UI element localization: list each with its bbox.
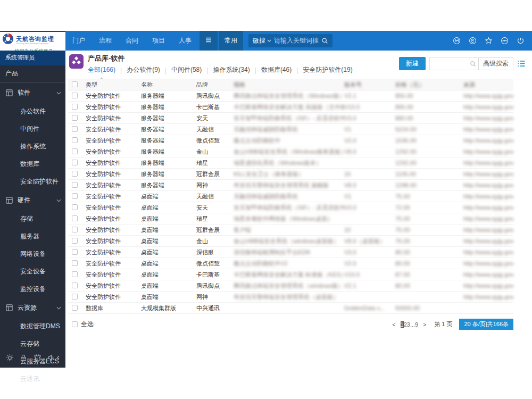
row-checkbox[interactable]	[72, 305, 78, 311]
table-row[interactable]: 安全防护软件桌面端深信服深信服终端检测响应平台EDRV3.080.00http:…	[68, 247, 513, 258]
settings-gear-icon[interactable]	[6, 354, 14, 362]
nav-item-pinned[interactable]: 常用	[219, 31, 243, 51]
sound-speaker-icon[interactable]	[47, 354, 60, 362]
row-checkbox[interactable]	[72, 227, 78, 232]
row-checkbox[interactable]	[72, 182, 78, 188]
nav-item-人事[interactable]: 人事	[172, 37, 198, 44]
row-checkbox[interactable]	[72, 126, 78, 132]
row-checkbox[interactable]	[72, 115, 78, 121]
sidebar-item-办公软件[interactable]: 办公软件	[0, 103, 65, 120]
sidebar-item-安全设备[interactable]: 安全设备	[0, 263, 65, 280]
row-checkbox[interactable]	[72, 294, 78, 300]
row-checkbox[interactable]	[72, 215, 78, 221]
sidebar-item-云通讯[interactable]: 云通讯	[0, 370, 65, 388]
more-options-icon[interactable]	[501, 37, 509, 45]
row-checkbox[interactable]	[72, 238, 78, 244]
tab-操作系统(34)[interactable]: 操作系统(34)	[213, 65, 250, 74]
tab-中间件(58)[interactable]: 中间件(58)	[171, 65, 202, 74]
row-checkbox[interactable]	[72, 282, 78, 288]
row-checkbox[interactable]	[72, 93, 78, 98]
row-checkbox[interactable]	[72, 260, 78, 266]
list-view-icon[interactable]	[517, 60, 526, 67]
table-search-icon[interactable]	[468, 57, 478, 70]
search-input[interactable]: 请输入关键词搜	[274, 36, 319, 45]
sidebar-item-数据管理DMS[interactable]: 数据管理DMS	[0, 318, 65, 335]
sidebar-group-硬件[interactable]: 硬件	[0, 190, 65, 210]
sidebar-section-product[interactable]: 产品	[0, 65, 65, 83]
table-row[interactable]: 安全防护软件桌面端冠群金辰客户端1075.00http://www.qyjg.g…	[68, 225, 513, 236]
table-row[interactable]: 安全防护软件服务器端微点佰慧微点主动防御软件V2.01036.00http://…	[68, 135, 513, 146]
nav-menu-button[interactable]	[200, 31, 218, 51]
tab-安全防护软件(19)[interactable]: 安全防护软件(19)	[303, 65, 352, 74]
cell-source-blurred: http://www.qyjg.gov.cn/jg/	[463, 126, 513, 132]
row-checkbox[interactable]	[72, 193, 78, 199]
prev-page-button[interactable]: <	[389, 320, 399, 329]
row-checkbox[interactable]	[72, 271, 78, 277]
cell-price-blurred: 75.00	[395, 227, 463, 233]
search-scope-dropdown[interactable]: 微搜	[253, 36, 271, 45]
sidebar-item-中间件[interactable]: 中间件	[0, 120, 65, 138]
select-all[interactable]: 全选	[68, 320, 94, 329]
cell-price-blurred: 72.00	[395, 204, 463, 211]
message-icon[interactable]	[453, 37, 461, 45]
table-search-input[interactable]	[429, 57, 468, 70]
sidebar-item-网络设备[interactable]: 网络设备	[0, 245, 65, 263]
cell-type: 安全防护软件	[86, 248, 141, 256]
table-row[interactable]: 安全防护软件服务器端腾讯御点腾讯御点终端安全管理系统（Windows版）V2.1…	[68, 90, 513, 102]
sidebar-group-云资源[interactable]: 云资源	[0, 298, 65, 318]
sidebar-group-软件[interactable]: 软件	[0, 83, 65, 103]
sidebar-item-数据库[interactable]: 数据库	[0, 155, 65, 173]
table-row[interactable]: 安全防护软件服务器端卡巴斯基卡巴斯基网络安全解决方案 高级版（文件服务器防护KE…	[68, 102, 513, 113]
table-row[interactable]: 安全防护软件桌面端卡巴斯基卡巴斯基网络安全解决方案 标准版（KES） - KS.…	[68, 269, 513, 280]
row-checkbox[interactable]	[72, 160, 78, 165]
new-button[interactable]: 新建	[399, 57, 426, 70]
logout-power-icon[interactable]	[517, 37, 525, 45]
global-search[interactable]: 微搜 请输入关键词搜	[248, 34, 332, 47]
table-row[interactable]: 安全防护软件服务器端冠群金辰KILL安全卫士（服务器版）101105.00htt…	[68, 169, 513, 180]
table-row[interactable]: 安全防护软件桌面端网神奇安信天擎终端安全管理系统（桌面版）http://www.…	[68, 292, 513, 303]
theme-shirt-icon[interactable]	[34, 354, 41, 362]
sidebar-item-监控设备[interactable]: 监控设备	[0, 280, 65, 298]
table-row[interactable]: 安全防护软件桌面端安天安天智甲终端防御系统（ISF）- 反恶意软件防护V3.07…	[68, 202, 513, 213]
nav-item-门户[interactable]: 门户	[65, 37, 92, 44]
row-checkbox[interactable]	[72, 249, 78, 255]
page-size-badge[interactable]: 20 条/页|共166条	[459, 319, 513, 330]
tab-办公软件(9)[interactable]: 办公软件(9)	[127, 65, 160, 74]
table-row[interactable]: 安全防护软件桌面端瑞星瑞星杀毒软件网络版（Windows桌面）75.00http…	[68, 213, 513, 225]
table-row[interactable]: 安全防护软件桌面端微点佰慧微点主动防御软件V2V2.080.00http://w…	[68, 258, 513, 269]
table-row[interactable]: 安全防护软件服务器端天融信天融信终端威胁防御系统V15224.00http://…	[68, 124, 513, 135]
row-checkbox[interactable]	[72, 148, 78, 154]
page-button-9[interactable]: 9	[415, 321, 418, 328]
sidebar-item-存储[interactable]: 存储	[0, 210, 65, 228]
row-checkbox[interactable]	[72, 204, 78, 210]
table-row[interactable]: 数据库大规模集群版中兴通讯GoldenData v...50000.00	[68, 303, 513, 314]
table-row[interactable]: 安全防护软件桌面端金山金山V8终端安全系统（windows桌面版）V8.0（桌面…	[68, 236, 513, 247]
next-page-button[interactable]: >	[420, 320, 429, 329]
sidebar-item-安全防护软件[interactable]: 安全防护软件	[0, 173, 65, 190]
sidebar-item-操作系统[interactable]: 操作系统	[0, 138, 65, 155]
column-header-blurred: 价格（元）	[395, 81, 463, 89]
row-checkbox[interactable]	[72, 137, 78, 143]
nav-item-流程[interactable]: 流程	[92, 37, 119, 44]
table-row[interactable]: 安全防护软件服务器端瑞星瑞星虚拟化系统（Windows版本）1292.00htt…	[68, 157, 513, 169]
advanced-search-button[interactable]: 高级搜索	[478, 57, 513, 70]
favorites-star-icon[interactable]	[485, 37, 493, 45]
search-icon[interactable]	[321, 37, 328, 44]
tab-全部(166)[interactable]: 全部(166)	[88, 65, 115, 74]
table-row[interactable]: 安全防护软件服务器端网神奇安信天擎终端安全管理系统 旗舰版V8.01298.00…	[68, 180, 513, 191]
nav-item-合同[interactable]: 合同	[119, 37, 145, 44]
row-checkbox[interactable]	[72, 104, 78, 110]
row-checkbox[interactable]	[72, 171, 78, 177]
tab-数据库(46)[interactable]: 数据库(46)	[261, 65, 292, 74]
collapse-chevron-icon[interactable]	[56, 355, 60, 360]
table-row[interactable]: 安全防护软件服务器端安天安天智甲终端防御系统（ISF）- 反恶意软件防护V3.0…	[68, 113, 513, 124]
table-row[interactable]: 安全防护软件服务器端金山金山V8终端安全系统（Windows服务器版）V8.01…	[68, 146, 513, 157]
header-checkbox[interactable]	[72, 81, 78, 87]
lock-icon[interactable]	[20, 354, 27, 362]
feedback-icon[interactable]	[469, 37, 477, 45]
nav-item-项目[interactable]: 项目	[145, 37, 172, 44]
table-row[interactable]: 安全防护软件桌面端腾讯御点腾讯御点终端安全管理系统（windows版）/ V2.…	[68, 280, 513, 292]
table-row[interactable]: 安全防护软件桌面端天融信天融信终端威胁防御系统V175.00http://www…	[68, 191, 513, 202]
sidebar-item-服务器[interactable]: 服务器	[0, 228, 65, 245]
select-all-checkbox[interactable]	[72, 321, 78, 327]
